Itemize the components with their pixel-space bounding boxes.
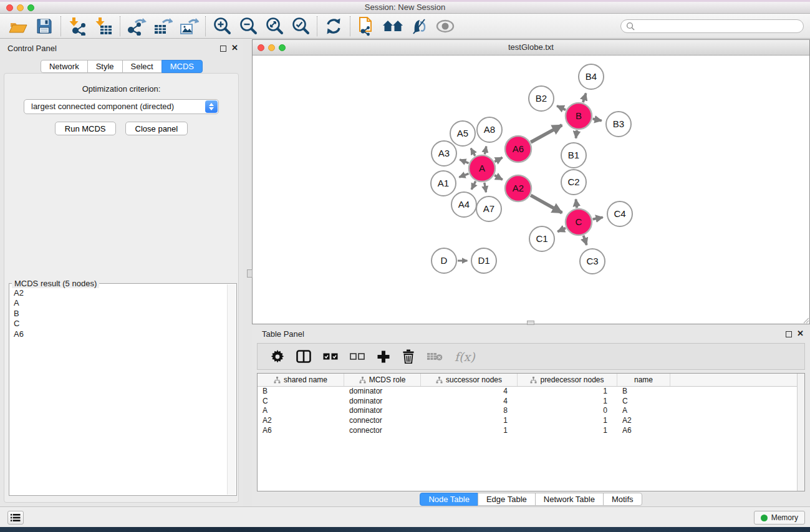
tab-style[interactable]: Style xyxy=(87,60,123,73)
node-C1[interactable]: C1 xyxy=(529,226,554,251)
tab-edge-table[interactable]: Edge Table xyxy=(478,493,536,506)
close-window-button[interactable] xyxy=(6,4,13,11)
edge-A-A6[interactable] xyxy=(494,158,502,162)
network-canvas[interactable]: A5A8A3A1A4A7AA6A2BB2B4B3B1CC2C4C1C3DD1 xyxy=(253,56,809,324)
table-cell[interactable]: A2 xyxy=(258,416,344,426)
result-item[interactable]: A xyxy=(14,298,226,308)
edge-C-C1[interactable] xyxy=(557,228,566,232)
node-C4[interactable]: C4 xyxy=(607,201,632,226)
delete-column-button[interactable] xyxy=(402,349,415,364)
table-cell[interactable]: connector xyxy=(344,416,421,426)
close-panel-icon[interactable]: ✕ xyxy=(231,44,238,52)
table-cell[interactable]: 1 xyxy=(518,387,617,397)
node-B[interactable]: B xyxy=(566,103,592,129)
table-cell[interactable]: A6 xyxy=(258,426,344,436)
edge-A6-B[interactable] xyxy=(531,125,562,142)
table-cell[interactable]: A xyxy=(258,406,344,416)
memory-button[interactable]: Memory xyxy=(754,511,805,525)
close-panel-button[interactable]: Close panel xyxy=(125,122,188,135)
column-header-MCDS-role[interactable]: MCDS role xyxy=(344,374,421,386)
tab-select[interactable]: Select xyxy=(122,60,162,73)
node-A4[interactable]: A4 xyxy=(451,192,476,217)
close-table-panel-icon[interactable]: ✕ xyxy=(797,330,804,337)
edge-C-C2[interactable] xyxy=(576,200,577,208)
import-network-button[interactable] xyxy=(64,16,90,37)
edge-B-B1[interactable] xyxy=(576,130,577,138)
select-all-button[interactable] xyxy=(323,353,338,360)
table-cell[interactable]: connector xyxy=(344,426,421,436)
table-cell[interactable]: C xyxy=(617,397,670,407)
edge-B-B3[interactable] xyxy=(593,119,602,121)
node-B4[interactable]: B4 xyxy=(579,64,604,89)
run-mcds-button[interactable]: Run MCDS xyxy=(55,122,116,135)
save-session-button[interactable] xyxy=(31,16,57,37)
zoom-fit-button[interactable] xyxy=(261,16,287,37)
edge-A-A2[interactable] xyxy=(494,175,503,180)
column-header-shared-name[interactable]: shared name xyxy=(258,374,344,386)
tab-network[interactable]: Network xyxy=(41,60,88,73)
edge-A-A7[interactable] xyxy=(485,183,486,193)
table-row[interactable]: Bdominator41B xyxy=(258,387,804,397)
table-cell[interactable]: 4 xyxy=(421,387,518,397)
edge-B-B4[interactable] xyxy=(583,93,586,102)
horizontal-split-handle[interactable] xyxy=(527,321,534,325)
node-B1[interactable]: B1 xyxy=(561,143,586,168)
result-scrollbar[interactable] xyxy=(227,284,236,495)
minimize-window-button[interactable] xyxy=(17,4,24,11)
table-row[interactable]: Adominator80A xyxy=(258,406,804,416)
column-header-predecessor-nodes[interactable]: predecessor nodes xyxy=(518,374,617,386)
column-layout-button[interactable] xyxy=(296,350,311,363)
home-layout-button[interactable] xyxy=(380,16,406,37)
open-session-button[interactable] xyxy=(5,16,31,37)
search-input[interactable] xyxy=(620,19,804,33)
column-header-name[interactable]: name xyxy=(617,374,670,386)
node-A6[interactable]: A6 xyxy=(505,136,531,162)
node-C[interactable]: C xyxy=(566,209,592,235)
table-row[interactable]: Cdominator41C xyxy=(258,397,804,407)
edge-A-A5[interactable] xyxy=(471,148,475,156)
edge-A-A8[interactable] xyxy=(485,147,486,155)
node-B2[interactable]: B2 xyxy=(529,86,554,111)
float-table-panel-icon[interactable] xyxy=(786,331,792,337)
zoom-out-button[interactable] xyxy=(235,16,261,37)
result-item[interactable]: A6 xyxy=(14,329,226,339)
export-image-button[interactable] xyxy=(176,16,202,37)
resize-grip-icon[interactable] xyxy=(802,316,809,324)
table-cell[interactable]: A6 xyxy=(617,426,670,436)
node-B3[interactable]: B3 xyxy=(606,112,631,137)
edge-A-A4[interactable] xyxy=(471,181,476,190)
result-item[interactable]: C xyxy=(14,319,226,329)
node-D[interactable]: D xyxy=(432,248,456,273)
tab-node-table[interactable]: Node Table xyxy=(420,493,478,506)
network-from-selection-button[interactable] xyxy=(354,16,380,37)
table-cell[interactable]: dominator xyxy=(344,387,421,397)
result-item[interactable]: B xyxy=(14,309,226,319)
node-C3[interactable]: C3 xyxy=(580,249,605,274)
node-A2[interactable]: A2 xyxy=(505,175,531,201)
table-cell[interactable]: 8 xyxy=(421,406,518,416)
net-minimize-button[interactable] xyxy=(268,44,275,51)
deselect-all-button[interactable] xyxy=(350,353,365,360)
node-A1[interactable]: A1 xyxy=(431,171,456,196)
vertical-split-handle[interactable] xyxy=(247,269,253,278)
table-cell[interactable]: 0 xyxy=(518,406,617,416)
edge-A2-C[interactable] xyxy=(531,195,562,213)
table-row[interactable]: A6connector11A6 xyxy=(258,426,804,436)
table-cell[interactable]: A xyxy=(617,406,670,416)
table-cell[interactable]: 1 xyxy=(518,416,617,426)
delete-table-button[interactable] xyxy=(427,352,443,362)
table-cell[interactable]: A2 xyxy=(617,416,670,426)
table-row[interactable]: A2connector11A2 xyxy=(258,416,804,426)
node-A8[interactable]: A8 xyxy=(477,117,502,142)
tab-mcds[interactable]: MCDS xyxy=(162,60,203,73)
tab-network-table[interactable]: Network Table xyxy=(535,493,604,506)
task-history-button[interactable] xyxy=(7,511,24,525)
table-cell[interactable]: dominator xyxy=(344,397,421,407)
settings-gear-button[interactable] xyxy=(271,350,284,364)
show-details-button[interactable] xyxy=(432,16,458,37)
edge-A-A1[interactable] xyxy=(459,173,468,177)
table-cell[interactable]: B xyxy=(258,387,344,397)
import-table-button[interactable] xyxy=(90,16,117,37)
function-builder-button[interactable]: f(x) xyxy=(455,350,475,364)
edge-A-A3[interactable] xyxy=(460,160,468,163)
